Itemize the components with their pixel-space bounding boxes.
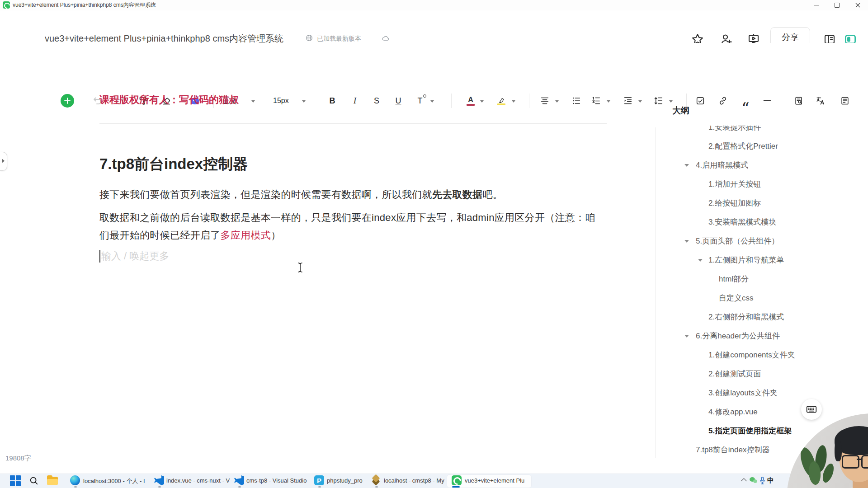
sync-status: 已加载最新版本 [317, 35, 361, 43]
formatting-toolbar: 正文 15px B I S U T A [0, 43, 868, 73]
collapse-caret-icon[interactable] [684, 240, 689, 243]
bold-button[interactable]: B [326, 95, 338, 107]
strikethrough-button[interactable]: S [371, 95, 382, 107]
numbered-list-caret-icon[interactable] [607, 100, 610, 103]
taskbar-yuque-icon[interactable] [452, 475, 462, 485]
close-button[interactable] [847, 0, 868, 10]
align-button[interactable] [539, 95, 551, 107]
paragraph-1-bold: 先去取数据 [432, 189, 483, 200]
running-indicator [375, 486, 378, 488]
highlight-color-button[interactable] [495, 95, 507, 107]
active-running-indicator [452, 486, 460, 488]
outline-item[interactable]: 2.创建测试页面 [656, 368, 868, 380]
taskbar-edge-icon[interactable] [70, 475, 80, 485]
numbered-list-button[interactable] [590, 95, 602, 107]
share-button-label: 分享 [782, 32, 799, 43]
copyright-line: 课程版权所有人：写代码的猫叔 [99, 93, 239, 107]
align-caret-icon[interactable] [555, 100, 559, 103]
ime-indicator[interactable]: 中 [767, 476, 774, 485]
paragraph-2-line2: 们最开始的时候已经开启了 [99, 230, 221, 241]
line-height-button[interactable] [653, 95, 665, 107]
font-size-caret-icon[interactable] [302, 100, 306, 103]
translate-icon[interactable] [815, 95, 826, 107]
outline-item[interactable]: 3.安装暗黑模式模块 [656, 216, 868, 228]
glasses-icon [842, 455, 859, 469]
outline-item[interactable]: 1.左侧图片和导航菜单 [656, 254, 868, 266]
superscript-dot-icon [423, 94, 426, 98]
divider-button[interactable] [761, 95, 773, 107]
outline-item[interactable]: html部分 [656, 273, 868, 285]
outline-item[interactable]: 5.页面头部（公共组件） [656, 235, 868, 247]
placeholder-text: 输入 / 唤起更多 [101, 249, 169, 263]
start-button[interactable] [10, 475, 21, 486]
doc-heading: 7.tp8前台index控制器 [99, 154, 248, 174]
paragraph-1: 接下来我们要做首页列表渲染，但是渲染的时候需要有数据啊，所以我们就先去取数据吧。 [99, 187, 609, 202]
tray-wechat-icon[interactable] [750, 477, 757, 484]
maximize-button[interactable] [826, 0, 847, 10]
bullet-list-button[interactable] [571, 95, 582, 107]
word-count: 19808字 [5, 454, 31, 463]
underline-button[interactable]: U [392, 95, 404, 107]
outline-item[interactable]: 4.启用暗黑模式 [656, 160, 868, 171]
app-logo-icon [3, 1, 10, 9]
paragraph-2-line1: 取数据和之前做的后台读取数据是基本一样的，只是我们要在index应用下去写，和a… [99, 212, 595, 223]
running-indicator [318, 486, 321, 488]
outline-item[interactable]: 2.右侧部分和暗黑模式 [656, 311, 868, 323]
outline-item[interactable]: 1.创建components文件夹 [656, 349, 868, 361]
collapse-caret-icon[interactable] [698, 259, 703, 262]
running-indicator [158, 486, 161, 488]
indent-button[interactable] [622, 95, 634, 107]
taskbar-app-label[interactable]: cms-tp8 - Visual Studio [246, 477, 307, 484]
font-color-button[interactable]: A [465, 95, 476, 107]
link-button[interactable] [717, 95, 729, 107]
file-explorer-icon[interactable] [47, 475, 58, 483]
outline-item[interactable]: 6.分离header为公共组件 [656, 330, 868, 342]
taskbar-app-label[interactable]: phpstudy_pro [327, 477, 363, 484]
expand-right-icon [2, 159, 5, 163]
indent-caret-icon[interactable] [638, 100, 642, 103]
insert-plus-button[interactable] [61, 94, 74, 108]
taskbar-app-label[interactable]: localhost - cmstp8 - My [384, 477, 444, 484]
line-height-caret-icon[interactable] [669, 100, 673, 103]
tray-microphone-icon[interactable] [759, 476, 766, 485]
outline-item[interactable]: 2.配置格式化Prettier [656, 141, 868, 152]
window-title: vue3+vite+element Plus+pinia+thinkphp8 c… [13, 0, 156, 10]
task-checkbox-button[interactable] [694, 95, 706, 107]
quote-button[interactable]: “ [740, 95, 751, 114]
taskbar-search-icon[interactable] [29, 476, 39, 486]
outline-item[interactable]: 自定义css [656, 292, 868, 304]
paragraph-2-link[interactable]: 多应用模式 [221, 230, 271, 241]
template-icon[interactable] [839, 95, 851, 107]
taskbar-app-label-active[interactable]: vue3+vite+element Plu [465, 477, 524, 484]
highlight-caret-icon[interactable] [512, 100, 515, 103]
outline-item[interactable]: 4.修改app.vue [656, 406, 868, 418]
person-hair-side [835, 441, 842, 461]
text-format-caret-icon[interactable] [430, 100, 434, 103]
text-caret [99, 250, 100, 263]
paragraph-style-caret-icon[interactable] [251, 100, 255, 103]
font-size-dropdown[interactable]: 15px [273, 97, 289, 105]
collapse-caret-icon[interactable] [684, 164, 689, 167]
outline-item[interactable]: 1.增加开关按钮 [656, 178, 868, 190]
taskbar-vscode-icon[interactable] [154, 475, 164, 485]
taskbar-navicat-icon[interactable] [371, 475, 381, 485]
outline-item[interactable]: 2.给按钮加图标 [656, 197, 868, 209]
italic-button[interactable]: I [349, 95, 361, 107]
editor-placeholder-line[interactable]: 输入 / 唤起更多 [99, 249, 169, 263]
minimize-button[interactable] [806, 0, 826, 10]
glasses-bridge [857, 459, 861, 460]
find-replace-icon[interactable] [793, 95, 805, 107]
paragraph-1-text: 接下来我们要做首页列表渲染，但是渲染的时候需要有数据啊，所以我们就 [99, 189, 432, 200]
cloud-icon [381, 34, 390, 42]
document-header: vue3+vite+element Plus+pinia+thinkphp8 c… [0, 10, 868, 43]
outline-item[interactable]: 1.安装提示插件 [656, 126, 868, 133]
collapse-caret-icon[interactable] [684, 335, 689, 338]
taskbar-phpstudy-icon[interactable]: P [314, 475, 324, 485]
font-color-caret-icon[interactable] [480, 100, 484, 103]
taskbar-app-label[interactable]: localhost:3000 - 个人 - I [83, 477, 145, 485]
taskbar-app-label[interactable]: index.vue - cms-nuxt - V [166, 477, 230, 484]
outline-item[interactable]: 3.创建layouts文件夹 [656, 387, 868, 399]
collapsed-panel-toggle[interactable] [0, 152, 7, 171]
taskbar-vscode-icon[interactable] [234, 475, 244, 485]
keyboard-overlay-button[interactable] [801, 399, 822, 420]
